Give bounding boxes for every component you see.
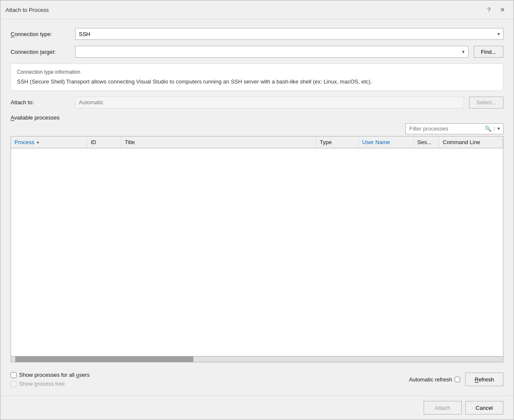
connection-type-select[interactable]: SSH Local Remote: [75, 28, 503, 40]
column-header-cmdline[interactable]: Command Line: [439, 136, 503, 148]
filter-processes-input[interactable]: Filter processes: [406, 125, 482, 133]
sort-arrow-icon: ▲: [36, 140, 40, 144]
cancel-button[interactable]: Cancel: [465, 401, 503, 414]
show-process-tree-checkbox[interactable]: [11, 381, 17, 387]
available-processes-label: Available processes: [11, 114, 503, 121]
column-header-title[interactable]: Title: [121, 136, 316, 148]
attach-to-label: Attach to:: [11, 99, 70, 106]
horizontal-scrollbar[interactable]: [11, 356, 503, 362]
filter-input-wrapper: Filter processes 🔍 ▼: [405, 123, 503, 134]
column-header-id[interactable]: ID: [87, 136, 121, 148]
connection-info-box: Connection type information SSH (Secure …: [11, 64, 503, 91]
right-controls: Automatic refresh Refresh: [409, 373, 503, 386]
search-icon: 🔍: [482, 125, 494, 132]
connection-target-dropdown-button[interactable]: ▼: [458, 46, 469, 58]
scrollbar-thumb[interactable]: [15, 356, 193, 362]
filter-row: Filter processes 🔍 ▼: [11, 123, 503, 134]
select-button[interactable]: Select...: [469, 97, 503, 108]
process-table: Process ▲ ID Title Type User Name: [11, 136, 503, 363]
info-box-title: Connection type information: [17, 68, 497, 76]
attach-to-input: [75, 97, 464, 108]
bottom-options: Show processes for all users Show proces…: [11, 372, 503, 387]
dialog-body: Connection type: SSH Local Remote ▼ Conn…: [0, 19, 514, 395]
show-process-tree-row: Show process tree: [11, 381, 89, 387]
connection-target-label: Connection target:: [11, 49, 70, 55]
table-header: Process ▲ ID Title Type User Name: [11, 136, 503, 148]
show-all-users-label: Show processes for all users: [19, 372, 89, 378]
title-bar: Attach to Process ? ✕: [0, 0, 514, 19]
column-header-username[interactable]: User Name: [359, 136, 414, 148]
column-header-type[interactable]: Type: [316, 136, 359, 148]
find-button[interactable]: Find...: [474, 46, 503, 58]
info-box-text: SSH (Secure Shell) Transport allows conn…: [17, 78, 497, 86]
connection-target-row: Connection target: demo@172.20.60.6 ▼ Fi…: [11, 46, 503, 58]
close-button[interactable]: ✕: [497, 4, 508, 16]
attach-button[interactable]: Attach: [424, 401, 462, 414]
processes-section: Available processes Filter processes 🔍 ▼…: [11, 114, 503, 363]
show-process-tree-label: Show process tree: [19, 381, 65, 387]
table-body: [11, 148, 503, 356]
column-header-process[interactable]: Process ▲: [11, 136, 87, 148]
dialog-footer: Attach Cancel: [0, 395, 514, 420]
auto-refresh-checkbox[interactable]: [455, 377, 460, 382]
connection-type-row: Connection type: SSH Local Remote ▼: [11, 28, 503, 40]
show-all-users-row: Show processes for all users: [11, 372, 89, 378]
show-all-users-checkbox[interactable]: [11, 372, 17, 378]
column-header-session[interactable]: Ses...: [414, 136, 439, 148]
connection-type-label: Connection type:: [11, 31, 70, 37]
dialog-title: Attach to Process: [6, 7, 49, 13]
connection-type-select-wrapper: SSH Local Remote ▼: [75, 28, 503, 40]
connection-target-combo: demo@172.20.60.6 ▼: [75, 46, 469, 58]
connection-target-input[interactable]: demo@172.20.60.6: [75, 46, 469, 58]
auto-refresh-label: Automatic refresh: [409, 376, 452, 383]
attach-to-row: Attach to: Select...: [11, 97, 503, 108]
auto-refresh-row: Automatic refresh: [409, 376, 460, 383]
title-bar-controls: ? ✕: [483, 4, 508, 16]
refresh-button[interactable]: Refresh: [465, 373, 503, 386]
attach-to-process-dialog: Attach to Process ? ✕ Connection type: S…: [0, 0, 514, 420]
checkboxes-group: Show processes for all users Show proces…: [11, 372, 89, 387]
help-button[interactable]: ?: [483, 4, 495, 16]
filter-dropdown-button[interactable]: ▼: [494, 126, 503, 131]
